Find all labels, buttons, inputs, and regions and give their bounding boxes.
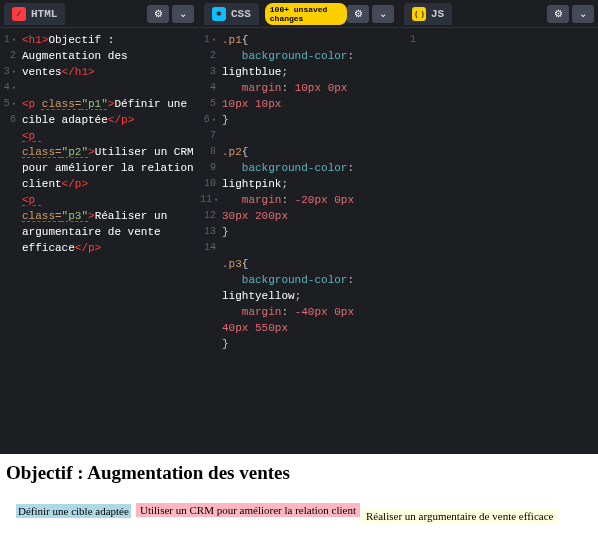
css-settings-button[interactable]: ⚙ (347, 5, 369, 23)
html-panel-header: HTML ⚙ ⌄ (0, 0, 198, 28)
js-panel-header: JS ⚙ ⌄ (400, 0, 598, 28)
js-panel: JS ⚙ ⌄ 1 (400, 0, 598, 454)
css-icon (212, 7, 226, 21)
chevron-down-icon: ⌄ (179, 8, 187, 19)
js-tab-label: JS (431, 8, 444, 20)
chevron-down-icon: ⌄ (379, 8, 387, 19)
html-code[interactable]: <h1>Objectif : Augmentation des ventes</… (22, 32, 198, 454)
css-gutter: 1234567891011121314 (200, 32, 222, 454)
preview-p3: Réaliser un argumentaire de vente effica… (362, 509, 557, 523)
js-panel-actions: ⚙ ⌄ (547, 5, 594, 23)
css-tab-label: CSS (231, 8, 251, 20)
css-panel-actions: ⚙ ⌄ (347, 5, 394, 23)
css-panel: CSS 100+ unsaved changes ⚙ ⌄ 12345678910… (200, 0, 398, 454)
gear-icon: ⚙ (554, 8, 563, 19)
js-icon (412, 7, 426, 21)
html-settings-button[interactable]: ⚙ (147, 5, 169, 23)
js-gutter: 1 (400, 32, 422, 454)
html-collapse-button[interactable]: ⌄ (172, 5, 194, 23)
html-tab[interactable]: HTML (4, 3, 65, 25)
css-code[interactable]: .p1{ background-color: lightblue; margin… (222, 32, 398, 454)
js-code[interactable] (422, 32, 598, 454)
preview-pane: Objectif : Augmentation des ventes Défin… (0, 454, 598, 551)
js-code-area[interactable]: 1 (400, 28, 598, 454)
preview-p2: Utiliser un CRM pour améliorer la relati… (136, 503, 360, 517)
gear-icon: ⚙ (354, 8, 363, 19)
preview-p1: Définir une cible adaptée (16, 504, 131, 518)
html-gutter: 123456 (0, 32, 22, 454)
gear-icon: ⚙ (154, 8, 163, 19)
css-code-area[interactable]: 1234567891011121314 .p1{ background-colo… (200, 28, 398, 454)
html-panel-actions: ⚙ ⌄ (147, 5, 194, 23)
preview-heading: Objectif : Augmentation des ventes (6, 462, 592, 484)
css-collapse-button[interactable]: ⌄ (372, 5, 394, 23)
css-panel-header: CSS 100+ unsaved changes ⚙ ⌄ (200, 0, 398, 28)
editor-row: HTML ⚙ ⌄ 123456 <h1>Objectif : Augmentat… (0, 0, 598, 454)
js-collapse-button[interactable]: ⌄ (572, 5, 594, 23)
unsaved-badge[interactable]: 100+ unsaved changes (265, 3, 347, 25)
html-icon (12, 7, 26, 21)
chevron-down-icon: ⌄ (579, 8, 587, 19)
js-settings-button[interactable]: ⚙ (547, 5, 569, 23)
css-tab[interactable]: CSS (204, 3, 259, 25)
html-code-area[interactable]: 123456 <h1>Objectif : Augmentation des v… (0, 28, 198, 454)
html-tab-label: HTML (31, 8, 57, 20)
js-tab[interactable]: JS (404, 3, 452, 25)
html-panel: HTML ⚙ ⌄ 123456 <h1>Objectif : Augmentat… (0, 0, 198, 454)
